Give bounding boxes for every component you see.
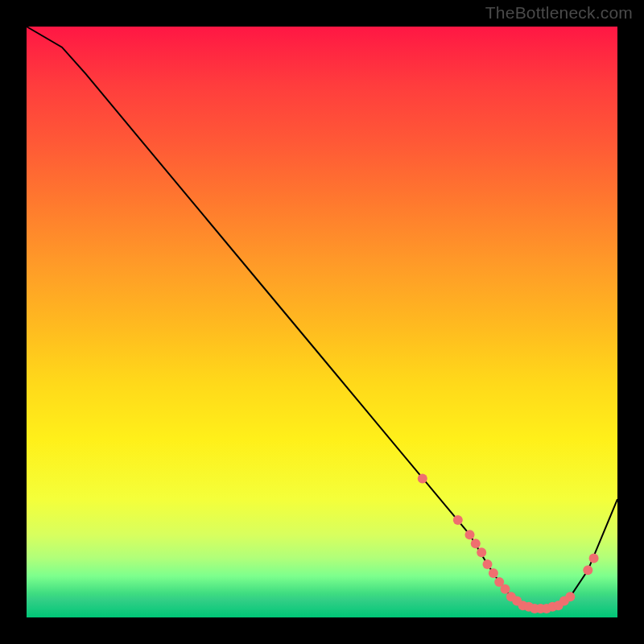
watermark-text: TheBottleneck.com: [485, 3, 633, 23]
highlight-dot: [471, 539, 481, 548]
highlight-dot: [589, 554, 599, 564]
highlight-dot: [489, 568, 498, 578]
highlight-dot: [565, 592, 575, 601]
highlight-dot: [583, 565, 592, 575]
highlight-dot: [465, 530, 475, 539]
curve-line: [27, 27, 617, 609]
highlight-dot: [483, 559, 493, 569]
highlight-dot: [477, 547, 486, 557]
highlight-dot: [453, 515, 463, 525]
highlight-dot: [501, 584, 510, 594]
highlight-dot: [418, 474, 427, 484]
bottleneck-line-chart: [27, 27, 617, 617]
